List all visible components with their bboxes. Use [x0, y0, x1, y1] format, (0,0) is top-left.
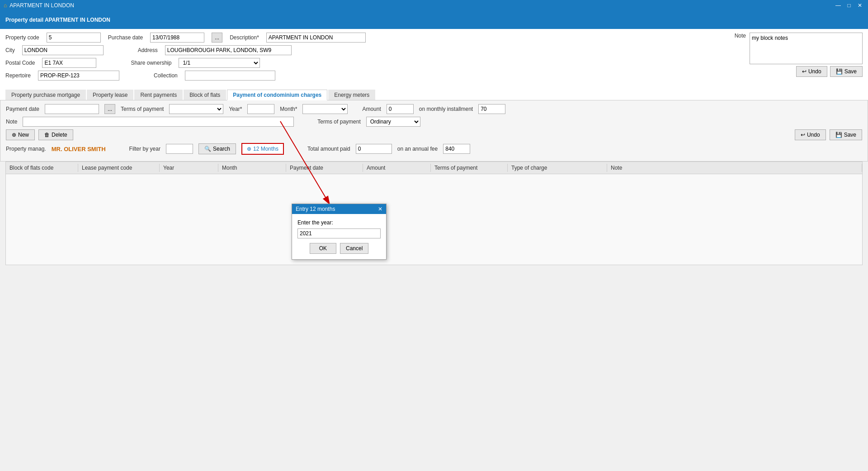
postal-code-input[interactable]	[42, 58, 96, 68]
col-month: Month	[218, 164, 286, 172]
share-ownership-select[interactable]: 1/1	[179, 58, 260, 68]
payment-panel: Payment date ... Terms of payment Year* …	[0, 100, 868, 162]
purchase-date-picker-button[interactable]: ...	[212, 33, 222, 43]
city-label: City	[5, 47, 15, 53]
purchase-date-label: Purchase date	[108, 34, 143, 41]
12months-button[interactable]: ⊕ 12 Months	[241, 143, 284, 155]
search-button[interactable]: 🔍 Search	[198, 143, 236, 154]
tab-condominium[interactable]: Payment of condominium charges	[227, 90, 327, 100]
property-manager-label: Property manag.	[6, 146, 46, 152]
property-details-section: Property code Purchase date ... Descript…	[0, 29, 868, 87]
property-code-input[interactable]	[47, 33, 101, 43]
tabs-bar: Property purchase mortgage Property leas…	[0, 87, 868, 100]
property-code-label: Property code	[5, 34, 39, 41]
col-lease-payment: Lease payment code	[78, 164, 160, 172]
postal-code-label: Postal Code	[5, 60, 35, 66]
modal-title-bar: Entry 12 months ✕	[292, 204, 386, 214]
annual-fee-input[interactable]	[443, 144, 470, 154]
amount-input[interactable]	[387, 104, 414, 114]
address-input[interactable]	[165, 45, 292, 55]
modal-close-button[interactable]: ✕	[378, 206, 382, 212]
maximize-button[interactable]: □	[844, 1, 854, 10]
city-input[interactable]	[22, 45, 104, 55]
modal-cancel-button[interactable]: Cancel	[340, 243, 368, 254]
amount-label: Amount	[362, 106, 381, 112]
repertoire-input[interactable]	[38, 71, 119, 81]
undo-icon: ↩	[802, 68, 807, 75]
panel-save-icon: 💾	[835, 132, 842, 138]
monthly-input[interactable]	[478, 104, 505, 114]
new-icon: ⊕	[12, 132, 16, 138]
terms2-label: Terms of payment	[317, 119, 360, 125]
search-icon: 🔍	[204, 146, 211, 152]
undo-button[interactable]: ↩ Undo	[796, 66, 827, 77]
purchase-date-input[interactable]	[150, 33, 204, 43]
month-label: Month*	[280, 106, 297, 112]
modal-title: Entry 12 months	[296, 206, 335, 212]
property-manager-value: MR. OLIVER SMITH	[52, 146, 106, 152]
year-input[interactable]	[247, 104, 274, 114]
col-note: Note	[607, 164, 862, 172]
terms2-select[interactable]: Ordinary	[366, 117, 420, 127]
repertoire-label: Repertoire	[5, 72, 31, 79]
share-ownership-label: Share ownership	[131, 60, 171, 66]
month-select[interactable]	[302, 104, 348, 114]
payment-date-input[interactable]	[45, 104, 99, 114]
tab-mortgage[interactable]: Property purchase mortgage	[5, 90, 86, 100]
modal-prompt: Enter the year:	[297, 219, 381, 226]
save-icon: 💾	[836, 68, 843, 75]
save-button[interactable]: 💾 Save	[830, 66, 863, 77]
col-terms: Terms of payment	[431, 164, 508, 172]
close-button[interactable]: ✕	[855, 1, 864, 10]
payments-table: Block of flats code Lease payment code Y…	[5, 162, 863, 265]
tab-energy[interactable]: Energy meters	[328, 90, 375, 100]
filter-year-input[interactable]	[166, 144, 193, 154]
total-paid-label: Total amount paid	[307, 146, 350, 152]
year-label: Year*	[229, 106, 242, 112]
col-amount: Amount	[363, 164, 431, 172]
tab-rent[interactable]: Rent payments	[134, 90, 183, 100]
app-title: APARTMENT IN LONDON	[9, 2, 74, 9]
note2-label: Note	[6, 119, 17, 125]
description-label: Description*	[230, 34, 259, 41]
note-label: Note	[735, 33, 746, 39]
address-label: Address	[138, 47, 158, 53]
terms-select[interactable]	[169, 104, 223, 114]
delete-button[interactable]: 🗑 Delete	[38, 129, 73, 140]
panel-undo-button[interactable]: ↩ Undo	[795, 129, 826, 140]
filter-year-label: Filter by year	[129, 146, 160, 152]
total-paid-input[interactable]	[356, 144, 392, 154]
modal-year-input[interactable]	[297, 228, 381, 238]
tab-block[interactable]: Block of flats	[184, 90, 226, 100]
panel-save-button[interactable]: 💾 Save	[830, 129, 862, 140]
12months-icon: ⊕	[247, 146, 251, 152]
modal-body: Enter the year: OK Cancel	[292, 214, 386, 259]
page-title: Property detail APARTMENT IN LONDON	[0, 11, 868, 29]
minimize-button[interactable]: —	[834, 1, 843, 10]
table-body	[6, 174, 862, 265]
col-year: Year	[160, 164, 218, 172]
collection-label: Collection	[154, 72, 178, 79]
payment-date-label: Payment date	[6, 106, 39, 112]
description-input[interactable]	[266, 33, 366, 43]
title-bar: ⌂ APARTMENT IN LONDON — □ ✕	[0, 0, 868, 11]
entry-12months-modal: Entry 12 months ✕ Enter the year: OK Can…	[292, 204, 387, 260]
panel-undo-icon: ↩	[801, 132, 805, 138]
payment-date-picker-button[interactable]: ...	[104, 104, 115, 114]
collection-input[interactable]	[185, 71, 275, 81]
new-button[interactable]: ⊕ New	[6, 129, 35, 140]
note2-input[interactable]	[23, 117, 294, 127]
table-header: Block of flats code Lease payment code Y…	[6, 162, 862, 174]
col-block-flats: Block of flats code	[6, 164, 78, 172]
tab-lease[interactable]: Property lease	[87, 90, 133, 100]
delete-icon: 🗑	[44, 132, 50, 138]
terms-label: Terms of payment	[121, 106, 164, 112]
annual-fee-label: on an annual fee	[397, 146, 438, 152]
col-payment-date: Payment date	[286, 164, 363, 172]
modal-ok-button[interactable]: OK	[310, 243, 336, 254]
monthly-label: on monthly installment	[419, 106, 473, 112]
note-textarea[interactable]: my block notes	[750, 33, 863, 64]
app-icon: ⌂	[4, 2, 7, 9]
col-type-charge: Type of charge	[508, 164, 607, 172]
